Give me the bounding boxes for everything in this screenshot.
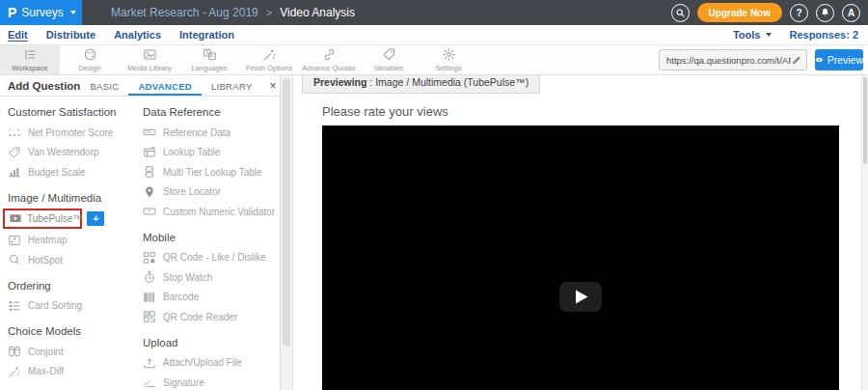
signature-icon: x — [143, 376, 156, 389]
svg-text:S: S — [205, 50, 208, 55]
question-type-budget-scale[interactable]: Budget Scale — [8, 162, 143, 182]
numeric-validator-icon: * — [143, 205, 156, 218]
question-type-qr-code-reader[interactable]: QR Code Reader — [143, 307, 280, 327]
page-scrollbar[interactable] — [861, 75, 868, 390]
upgrade-now-button[interactable]: Upgrade Now — [697, 3, 782, 22]
question-type-attach-upload-file[interactable]: Attach/Upload File — [143, 353, 280, 374]
question-type-van-westendorp[interactable]: Van Westendorp — [8, 143, 143, 163]
section-title: Ordering — [8, 280, 143, 292]
question-type-label: Signature — [163, 377, 204, 388]
section-title: Image / Multimedia — [8, 192, 143, 204]
question-type-label: Van Westendorp — [28, 147, 99, 157]
brand-area[interactable]: P Surveys — [0, 0, 82, 25]
lookup-table-icon — [143, 146, 156, 159]
survey-url-input[interactable] — [666, 55, 791, 66]
toolbar-workspace[interactable]: Workspace — [0, 45, 60, 74]
panel-scrollbar[interactable] — [281, 75, 293, 390]
toolbar-languages[interactable]: SALanguages — [179, 45, 239, 74]
question-type-card-sorting[interactable]: Card Sorting — [8, 296, 143, 317]
question-type-label: Custom Numeric Validator — [163, 207, 275, 217]
toolbar-design[interactable]: Design — [60, 45, 120, 74]
question-type-label: Max-Diff — [28, 366, 64, 376]
survey-menubar: EditDistributeAnalyticsIntegration Tools… — [0, 25, 868, 45]
question-type-stop-watch[interactable]: Stop Watch — [143, 267, 280, 288]
section-title: Data Reference — [143, 106, 280, 118]
notifications-button[interactable] — [816, 4, 834, 22]
help-button[interactable]: ? — [790, 4, 808, 22]
toolbar-finish-options[interactable]: Finish Options — [239, 45, 299, 74]
video-player[interactable] — [322, 125, 839, 390]
breadcrumb-separator-icon: > — [266, 7, 272, 18]
page-scrollbar-thumb[interactable] — [863, 77, 867, 164]
question-type-max-diff[interactable]: Max-Diff — [8, 362, 143, 382]
toolbar-label: Settings — [435, 64, 461, 72]
search-button[interactable] — [671, 4, 690, 22]
svg-text:5: 5 — [17, 127, 20, 132]
question-type-reference-data[interactable]: 345Reference Data — [143, 123, 280, 143]
tab-library[interactable]: LIBRARY — [202, 75, 262, 96]
map-pin-icon — [143, 185, 156, 199]
toolbar-advance-quotas[interactable]: Advance Quotas — [299, 45, 359, 74]
play-button[interactable] — [559, 282, 602, 312]
upload-icon — [143, 356, 156, 370]
menu-distribute[interactable]: Distribute — [46, 29, 95, 41]
responses-link[interactable]: Responses: 2 — [789, 29, 858, 41]
question-type-tubepulse[interactable]: TubePulse™+ — [3, 209, 82, 229]
question-type-store-locator[interactable]: Store Locator — [143, 182, 280, 203]
question-column-2: Data Reference345Reference DataLookup Ta… — [143, 98, 280, 390]
question-type-net-promoter-score[interactable]: 15Net Promoter Score — [8, 123, 143, 143]
tab-basic[interactable]: BASIC — [80, 75, 128, 96]
image-icon — [143, 47, 157, 62]
question-type-label: Attach/Upload File — [163, 357, 242, 368]
tools-menu[interactable]: Tools — [733, 29, 773, 41]
question-type-label: Net Promoter Score — [28, 127, 113, 138]
previewing-banner-text: : Image / Multimedia (TubePulse™) — [366, 76, 529, 88]
caret-down-icon — [766, 33, 772, 37]
question-type-lookup-table[interactable]: Lookup Table — [143, 143, 280, 163]
question-type-label: Reference Data — [163, 127, 231, 138]
wand-icon — [262, 47, 277, 62]
multi-tier-icon — [143, 165, 156, 179]
question-type-qr-code-like-dislike[interactable]: QR Code - Like / Dislike — [143, 248, 280, 268]
question-type-custom-numeric-validator[interactable]: *Custom Numeric Validator — [143, 202, 280, 222]
question-type-label: Stop Watch — [163, 272, 212, 283]
account-button[interactable]: A — [842, 4, 860, 22]
menu-integration[interactable]: Integration — [179, 29, 234, 41]
question-type-label: Barcode — [163, 292, 199, 302]
add-tubepulse-button[interactable]: + — [87, 211, 104, 226]
question-type-label: Budget Scale — [28, 167, 86, 178]
edit-url-icon[interactable] — [791, 54, 802, 66]
section-mobile: MobileQR Code - Like / DislikeStop Watch… — [143, 232, 280, 327]
tab-advanced[interactable]: ADVANCED — [128, 75, 202, 96]
close-panel-button[interactable]: × — [262, 79, 279, 93]
question-type-multi-tier-lookup-table[interactable]: Multi Tier Lookup Table — [143, 162, 280, 182]
menu-edit[interactable]: Edit — [8, 29, 28, 41]
question-type-label: HotSpot — [28, 255, 63, 265]
toolbar-settings[interactable]: Settings — [419, 45, 478, 74]
bar-chart-icon — [8, 165, 21, 179]
workspace-icon — [23, 47, 38, 62]
wand-icon — [8, 365, 21, 378]
svg-text:345: 345 — [146, 130, 152, 135]
toolbar-label: Variables — [374, 64, 404, 72]
question-type-signature[interactable]: xSignature — [143, 373, 280, 390]
question-type-barcode[interactable]: Barcode — [143, 288, 280, 308]
question-type-hotspot[interactable]: HotSpot — [8, 250, 143, 270]
breadcrumb-survey-name[interactable]: Market Research - Aug 2019 — [111, 6, 258, 19]
question-type-label: QR Code Reader — [163, 312, 237, 322]
question-type-heatmap[interactable]: Heatmap — [8, 231, 143, 251]
panel-scrollbar-thumb[interactable] — [283, 78, 290, 347]
hotspot-icon — [8, 253, 21, 266]
toolbar-variables[interactable]: Variables — [359, 45, 419, 74]
preview-button[interactable]: Preview — [815, 49, 863, 70]
nps-icon: 15 — [8, 125, 21, 139]
eye-icon — [815, 55, 824, 65]
toolbar-media-library[interactable]: Media Library — [120, 45, 179, 74]
question-type-label: Multi Tier Lookup Table — [163, 167, 262, 178]
reference-data-icon: 345 — [143, 125, 156, 139]
add-question-header: Add Question BASICADVANCEDLIBRARY × — [0, 75, 280, 97]
panel-tabs: BASICADVANCEDLIBRARY — [80, 75, 261, 96]
question-type-conjoint[interactable]: Conjoint — [8, 342, 143, 362]
card-sorting-icon — [8, 299, 21, 313]
menu-analytics[interactable]: Analytics — [114, 29, 161, 41]
